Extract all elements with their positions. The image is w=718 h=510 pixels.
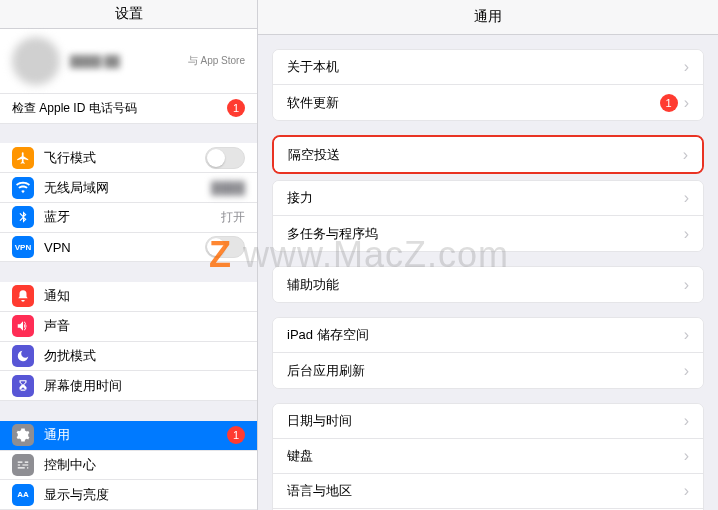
chevron-right-icon: › [684,482,689,500]
row-label: 飞行模式 [44,149,205,167]
profile-name: ████ ██ [70,55,178,67]
group-handoff: 接力› 多任务与程序坞› [272,180,704,252]
sliders-icon [12,454,34,476]
sidebar-item-sound[interactable]: 声音 [0,312,257,342]
apple-id-badge: 1 [227,99,245,117]
sidebar-item-screentime[interactable]: 屏幕使用时间 [0,371,257,401]
row-multitask[interactable]: 多任务与程序坞› [273,216,703,251]
chevron-right-icon: › [684,447,689,465]
bell-icon [12,285,34,307]
speaker-icon [12,315,34,337]
bluetooth-icon [12,206,34,228]
profile-sub: 与 App Store [188,54,245,68]
sidebar-item-airplane[interactable]: 飞行模式 [0,143,257,173]
sidebar-item-display[interactable]: AA 显示与亮度 [0,480,257,510]
row-handoff[interactable]: 接力› [273,181,703,216]
row-label: 无线局域网 [44,179,211,197]
update-badge: 1 [660,94,678,112]
row-label: 显示与亮度 [44,486,245,504]
row-about[interactable]: 关于本机› [273,50,703,85]
chevron-right-icon: › [684,58,689,76]
gear-icon [12,424,34,446]
row-label: 屏幕使用时间 [44,377,245,395]
wifi-icon [12,177,34,199]
sidebar-item-control[interactable]: 控制中心 [0,451,257,481]
row-keyboard[interactable]: 键盘› [273,439,703,474]
main-title: 通用 [258,0,718,35]
row-label: 蓝牙 [44,208,221,226]
chevron-right-icon: › [684,412,689,430]
group-about: 关于本机› 软件更新1› [272,49,704,121]
row-label: 控制中心 [44,456,245,474]
display-icon: AA [12,484,34,506]
chevron-right-icon: › [684,276,689,294]
group-airdrop: 隔空投送› [272,135,704,174]
sidebar-item-vpn[interactable]: VPN VPN [0,233,257,263]
sidebar-item-bluetooth[interactable]: 蓝牙 打开 [0,203,257,233]
chevron-right-icon: › [684,326,689,344]
sidebar-title: 设置 [0,0,257,29]
wifi-trail: ████ [211,181,245,195]
vpn-icon: VPN [12,236,34,258]
row-airdrop[interactable]: 隔空投送› [274,137,702,172]
sidebar-item-wifi[interactable]: 无线局域网 ████ [0,173,257,203]
row-date[interactable]: 日期与时间› [273,404,703,439]
avatar [12,37,60,85]
row-language[interactable]: 语言与地区› [273,474,703,509]
airplane-icon [12,147,34,169]
row-label: 通用 [44,426,227,444]
general-badge: 1 [227,426,245,444]
row-label: VPN [44,240,205,255]
group-storage: iPad 储存空间› 后台应用刷新› [272,317,704,389]
row-storage[interactable]: iPad 储存空间› [273,318,703,353]
vpn-toggle[interactable] [205,236,245,258]
group-date: 日期与时间› 键盘› 语言与地区› 词典› [272,403,704,510]
row-label: 通知 [44,287,245,305]
apple-id-row[interactable]: 检查 Apple ID 电话号码 1 [0,94,257,124]
chevron-right-icon: › [684,189,689,207]
airplane-toggle[interactable] [205,147,245,169]
apple-id-label: 检查 Apple ID 电话号码 [12,100,227,117]
group-accessibility: 辅助功能› [272,266,704,303]
row-update[interactable]: 软件更新1› [273,85,703,120]
row-label: 声音 [44,317,245,335]
chevron-right-icon: › [684,225,689,243]
bluetooth-trail: 打开 [221,209,245,226]
moon-icon [12,345,34,367]
chevron-right-icon: › [684,362,689,380]
sidebar-item-notify[interactable]: 通知 [0,282,257,312]
row-refresh[interactable]: 后台应用刷新› [273,353,703,388]
row-label: 勿扰模式 [44,347,245,365]
chevron-right-icon: › [683,146,688,164]
sidebar-item-general[interactable]: 通用 1 [0,421,257,451]
sidebar-item-dnd[interactable]: 勿扰模式 [0,342,257,372]
chevron-right-icon: › [684,94,689,112]
profile-row[interactable]: ████ ██ 与 App Store [0,29,257,94]
hourglass-icon [12,375,34,397]
row-accessibility[interactable]: 辅助功能› [273,267,703,302]
